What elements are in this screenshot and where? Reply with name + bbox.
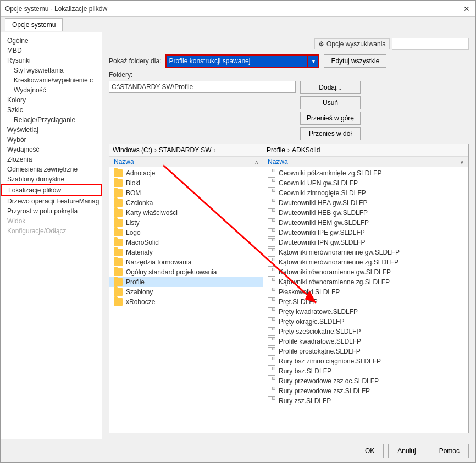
file-item[interactable]: Pręty sześciokątne.SLDLFP [263,327,468,337]
file-item[interactable]: Dwuteowniki HEA gw.SLDLFP [263,198,468,208]
file-item[interactable]: Profile kwadratowe.SLDLFP [263,337,468,346]
sidebar-item-10[interactable]: Wybór [1,135,102,145]
folder-item[interactable]: Ogólny standard projektowania [109,267,263,277]
folder-item[interactable]: Adnotacje [109,168,263,178]
search-options-label: Opcje wyszukiwania [326,40,386,48]
file-item[interactable]: Profile prostokątne.SLDLFP [263,346,468,356]
folder-item[interactable]: Materiały [109,247,263,257]
edit-all-button[interactable]: Edytuj wszystkie [324,54,386,68]
file-item[interactable]: Dwuteowniki IPE gw.SLDLFP [263,228,468,238]
sidebar-item-1[interactable]: MBD [1,46,102,56]
file-item[interactable]: Pręt.SLDLFP [263,297,468,307]
file-item[interactable]: Pręty kwadratowe.SLDLFP [263,307,468,317]
move-down-button[interactable]: Przenieś w dół [300,127,361,140]
sidebar-item-14[interactable]: Szablony domyślne [1,174,102,184]
menu-tab-system-options[interactable]: Opcje systemu [5,18,63,31]
folder-item[interactable]: Narzędzia formowania [109,257,263,267]
folder-name: Profile [126,278,145,286]
folder-item[interactable]: Logo [109,228,263,238]
sidebar-item-12[interactable]: Złożenia [1,155,102,164]
add-button[interactable]: Dodaj... [300,81,361,94]
file-icon [268,169,275,178]
file-item[interactable]: Płaskowniki.SLDLFP [263,287,468,297]
close-button[interactable]: ✕ [462,4,471,13]
main-window: Opcje systemu - Lokalizacje plików ✕ Opc… [0,0,476,463]
file-icon [268,337,275,346]
sidebar-item-6[interactable]: Kolory [1,95,102,105]
file-icon [268,189,275,197]
file-icon [268,179,275,188]
sidebar-item-15[interactable]: Lokalizacje plików [1,184,102,196]
file-name: Rury zsz.SLDLFP [279,397,331,405]
folder-item[interactable]: Listy [109,218,263,228]
move-up-button[interactable]: Przenieś w górę [300,112,361,125]
sidebar-item-18[interactable]: Widok [1,216,102,226]
right-column-header-label: Nazwa [268,158,288,166]
file-name: Ceowniki zimnogięte.SLDLFP [279,189,366,197]
sidebar-item-19[interactable]: Konfiguracje/Odłącz [1,226,102,236]
sidebar-item-11[interactable]: Wydajność [1,145,102,155]
file-item[interactable]: Kątowniki równoramienne gw.SLDLFP [263,267,468,277]
file-item[interactable]: Kątowniki równoramienne zg.SLDLFP [263,277,468,287]
folder-item[interactable]: Profile [109,277,263,287]
sidebar-item-17[interactable]: Przyrost w polu pokrętła [1,206,102,216]
file-item[interactable]: Kątowniki nierównoramienne gw.SLDLFP [263,247,468,257]
file-item[interactable]: Rury zsz.SLDLFP [263,396,468,406]
sidebar-item-2[interactable]: Rysunki [1,56,102,65]
folder-type-dropdown[interactable]: Profile konstrukcji spawanejSzablonyMate… [165,54,319,68]
file-item[interactable]: Ceowniki UPN gw.SLDLFP [263,178,468,188]
file-name: Rury bsz zimno ciągnione.SLDLFP [279,357,381,365]
sidebar-item-7[interactable]: Szkic [1,105,102,115]
folder-icon [114,278,123,286]
remove-button[interactable]: Usuń [300,96,361,109]
file-item[interactable]: Ceowniki półzamknięte zg.SLDLFP [263,168,468,178]
sidebar-item-0[interactable]: Ogólne [1,36,102,46]
search-options-button[interactable]: ⚙ Opcje wyszukiwania [314,38,390,49]
file-name: Ceowniki UPN gw.SLDLFP [279,179,358,187]
cancel-button[interactable]: Anuluj [388,444,425,458]
folder-item[interactable]: BOM [109,188,263,198]
menu-bar: Opcje systemu [1,17,475,32]
file-item[interactable]: Dwuteowniki HEB gw.SLDLFP [263,208,468,218]
folder-icon [114,219,123,227]
file-item[interactable]: Kątowniki nierównoramienne zg.SLDLFP [263,257,468,267]
file-item[interactable]: Dwuteowniki HEM gw.SLDLFP [263,218,468,228]
left-column-header-label: Nazwa [114,158,134,166]
title-bar: Opcje systemu - Lokalizacje plików ✕ [1,1,475,17]
folder-item[interactable]: Szablony [109,287,263,297]
file-item[interactable]: Rury przewodowe zsz oc.SLDLFP [263,376,468,386]
sidebar-item-8[interactable]: Relacje/Przyciąganie [1,115,102,125]
file-name: Dwuteowniki IPN gw.SLDLFP [279,239,365,246]
file-name: Pręty kwadratowe.SLDLFP [279,308,358,316]
folder-icon [114,199,123,207]
file-item[interactable]: Rury bsz.SLDLFP [263,366,468,376]
file-item[interactable]: Pręty okrągłe.SLDLFP [263,317,468,327]
show-folders-label: Pokaż foldery dla: [109,57,161,65]
folder-name: Logo [126,229,141,236]
file-name: Profile prostokątne.SLDLFP [279,348,361,355]
file-item[interactable]: Ceowniki zimnogięte.SLDLFP [263,188,468,198]
sidebar-item-3[interactable]: Styl wyświetlania [1,65,102,75]
folder-item[interactable]: Karty właściwości [109,208,263,218]
sidebar-item-13[interactable]: Odniesienia zewnętrzne [1,164,102,174]
ok-button[interactable]: OK [356,444,384,458]
sidebar-item-16[interactable]: Drzewo operacji FeatureManag [1,196,102,206]
dropdown-wrapper: Profile konstrukcji spawanejSzablonyMate… [165,54,319,68]
sidebar-item-9[interactable]: Wyświetlaj [1,125,102,135]
folder-item[interactable]: MacroSolid [109,238,263,247]
right-pane: Profile › ADKSolid Nazwa ∧ Ceowniki półz… [263,144,468,433]
sidebar-item-4[interactable]: Kreskowanie/wypełnienie c [1,75,102,85]
right-file-list: Ceowniki półzamknięte zg.SLDLFPCeowniki … [263,167,468,433]
file-item[interactable]: Dwuteowniki IPN gw.SLDLFP [263,238,468,247]
file-item[interactable]: Rury bsz zimno ciągnione.SLDLFP [263,356,468,366]
folder-item[interactable]: xRobocze [109,297,263,307]
file-name: Płaskowniki.SLDLFP [279,288,340,296]
right-breadcrumb-arrow-icon: › [287,146,290,154]
file-item[interactable]: Rury przewodowe zsz.SLDLFP [263,386,468,396]
path-input[interactable] [109,81,296,93]
folder-item[interactable]: Bloki [109,178,263,188]
search-input[interactable] [392,38,469,50]
folder-item[interactable]: Czcionka [109,198,263,208]
help-button[interactable]: Pomoc [430,444,469,458]
sidebar-item-5[interactable]: Wydajność [1,85,102,95]
